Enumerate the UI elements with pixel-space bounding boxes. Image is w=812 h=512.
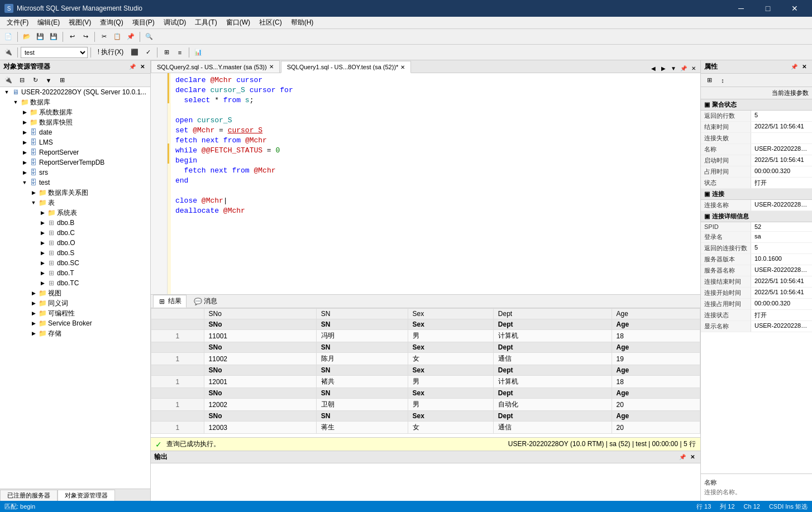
test-expand-icon[interactable]: ▼ (20, 180, 29, 185)
menu-community[interactable]: 社区(C) (255, 17, 286, 28)
parse-btn[interactable]: ✓ (142, 46, 154, 59)
snapshots-expand-icon[interactable]: ▶ (20, 119, 29, 125)
lms-expand-icon[interactable]: ▶ (20, 140, 29, 145)
props-close-btn[interactable]: ✕ (800, 63, 809, 71)
tree-programmability[interactable]: ▶ 📁 可编程性 (0, 308, 150, 318)
storage-expand-icon[interactable]: ▶ (29, 331, 38, 336)
tab-pin-btn[interactable]: 📌 (679, 64, 688, 73)
menu-tools[interactable]: 工具(T) (190, 17, 221, 28)
oe-collapse-btn[interactable]: ⊞ (56, 74, 68, 87)
menu-edit[interactable]: 编辑(E) (33, 17, 64, 28)
menu-help[interactable]: 帮助(H) (286, 17, 318, 28)
tree-db-diagram[interactable]: ▶ 📁 数据库关系图 (0, 188, 150, 198)
sb-expand-icon[interactable]: ▶ (29, 320, 38, 326)
paste-btn[interactable]: 📌 (125, 31, 137, 43)
tree-table-dboo[interactable]: ▶ ⊞ dbo.O (0, 238, 150, 248)
tree-table-dboc[interactable]: ▶ ⊞ dbo.C (0, 228, 150, 238)
prog-expand-icon[interactable]: ▶ (29, 310, 38, 316)
connect-expand[interactable]: ▣ (704, 190, 710, 198)
tree-table-dbob[interactable]: ▶ ⊞ dbo.B (0, 218, 150, 228)
systables-expand-icon[interactable]: ▶ (38, 210, 47, 216)
date-expand-icon[interactable]: ▶ (20, 130, 29, 135)
oe-filter-btn[interactable]: ▼ (42, 74, 55, 87)
tree-table-dbotc[interactable]: ▶ ⊞ dbo.TC (0, 278, 150, 288)
props-sort-alpha[interactable]: ↕ (717, 74, 729, 87)
views-expand-icon[interactable]: ▶ (29, 290, 38, 296)
tree-db-date[interactable]: ▶ 🗄 date (0, 127, 150, 137)
rstmp-expand-icon[interactable]: ▶ (20, 160, 29, 165)
minimize-button[interactable]: ─ (728, 0, 754, 17)
tables-expand-icon[interactable]: ▼ (29, 200, 38, 205)
sysdb-expand-icon[interactable]: ▶ (20, 109, 29, 115)
oe-pin-btn[interactable]: 📌 (128, 63, 137, 71)
open-btn[interactable]: 📂 (21, 31, 33, 43)
redo-btn[interactable]: ↪ (79, 31, 92, 43)
tree-table-dbosc[interactable]: ▶ ⊞ dbo.SC (0, 258, 150, 268)
tab-close-all[interactable]: ✕ (689, 64, 698, 73)
dbob-expand-icon[interactable]: ▶ (38, 220, 47, 226)
results-grid-btn[interactable]: ⊞ (160, 46, 173, 59)
tree-server[interactable]: ▼ 🖥 USER-20220228OY (SQL Server 10.0.1..… (0, 87, 150, 97)
tab-sqlquery1-close[interactable]: ✕ (400, 64, 405, 70)
sql-editor[interactable]: declare @Mchr cursor declare cursor_S cu… (151, 73, 700, 294)
maximize-button[interactable]: □ (755, 0, 781, 17)
dbot-expand-icon[interactable]: ▶ (38, 270, 47, 276)
output-close-btn[interactable]: ✕ (688, 453, 697, 462)
oe-tab[interactable]: 对象资源管理器 (58, 490, 115, 501)
server-expand-icon[interactable]: ▼ (2, 89, 11, 95)
tree-service-broker[interactable]: ▶ 📁 Service Broker (0, 318, 150, 328)
diagram-expand-icon[interactable]: ▶ (29, 190, 38, 195)
results-text-btn[interactable]: ≡ (174, 46, 186, 59)
synonyms-expand-icon[interactable]: ▶ (29, 300, 38, 306)
tab-list-btn[interactable]: ▼ (669, 64, 678, 73)
oe-disconnect-btn[interactable]: ⊟ (16, 74, 28, 87)
tab-sqlquery2[interactable]: SQLQuery2.sql - US...Y.master (sa (53)) … (151, 60, 280, 73)
menu-file[interactable]: 文件(F) (2, 17, 33, 28)
tab-sqlquery2-close[interactable]: ✕ (269, 64, 274, 70)
tree-db-lms[interactable]: ▶ 🗄 LMS (0, 137, 150, 147)
tree-storage[interactable]: ▶ 📁 存储 (0, 328, 150, 338)
aggregate-expand[interactable]: ▣ (704, 101, 710, 108)
tab-scroll-right[interactable]: ▶ (659, 64, 668, 73)
tree-databases[interactable]: ▼ 📁 数据库 (0, 97, 150, 107)
include-plan-btn[interactable]: 📊 (192, 46, 204, 59)
tree-system-db[interactable]: ▶ 📁 系统数据库 (0, 107, 150, 117)
new-query-btn[interactable]: 📄 (2, 31, 15, 43)
cut-btn[interactable]: ✂ (98, 31, 110, 43)
results-tab-results[interactable]: ⊞ 结果 (153, 295, 187, 308)
dboc-expand-icon[interactable]: ▶ (38, 230, 47, 236)
copy-btn[interactable]: 📋 (111, 31, 123, 43)
tree-tables[interactable]: ▼ 📁 表 (0, 198, 150, 208)
srs-expand-icon[interactable]: ▶ (20, 170, 29, 175)
execute-btn[interactable]: ! 执行(X) (94, 46, 127, 59)
save-btn[interactable]: 💾 (34, 31, 46, 43)
databases-expand-icon[interactable]: ▼ (11, 99, 20, 105)
undo-btn[interactable]: ↩ (66, 31, 78, 43)
stop-btn[interactable]: ⬛ (128, 46, 141, 59)
oe-connect-btn[interactable]: 🔌 (2, 74, 15, 87)
props-sort-cat[interactable]: ⊞ (703, 74, 715, 87)
connect-btn[interactable]: 🔌 (2, 46, 15, 59)
close-button[interactable]: ✕ (782, 0, 808, 17)
conndetail-expand[interactable]: ▣ (704, 213, 710, 220)
tree-table-dbos[interactable]: ▶ ⊞ dbo.S (0, 248, 150, 258)
tree-table-dbot[interactable]: ▶ ⊞ dbo.T (0, 268, 150, 278)
props-pin-btn[interactable]: 📌 (790, 63, 799, 71)
menu-query[interactable]: 查询(Q) (95, 17, 127, 28)
menu-view[interactable]: 视图(V) (64, 17, 95, 28)
output-pin-btn[interactable]: 📌 (678, 453, 687, 462)
oe-refresh-btn[interactable]: ↻ (29, 74, 41, 87)
menu-project[interactable]: 项目(P) (128, 17, 159, 28)
tree-db-srs[interactable]: ▶ 🗄 srs (0, 168, 150, 178)
dboo-expand-icon[interactable]: ▶ (38, 240, 47, 246)
rs-expand-icon[interactable]: ▶ (20, 150, 29, 155)
tree-db-reportservertmp[interactable]: ▶ 🗄 ReportServerTempDB (0, 157, 150, 168)
dbotc-expand-icon[interactable]: ▶ (38, 280, 47, 286)
tree-views[interactable]: ▶ 📁 视图 (0, 288, 150, 298)
menu-debug[interactable]: 调试(D) (159, 17, 191, 28)
tree-sys-tables[interactable]: ▶ 📁 系统表 (0, 208, 150, 218)
dbosc-expand-icon[interactable]: ▶ (38, 260, 47, 266)
results-tab-messages[interactable]: 💬 消息 (189, 295, 222, 308)
tab-sqlquery1[interactable]: SQLQuery1.sql - US...8OY.test (sa (52))*… (281, 61, 412, 73)
save-all-btn[interactable]: 💾 (47, 31, 60, 43)
